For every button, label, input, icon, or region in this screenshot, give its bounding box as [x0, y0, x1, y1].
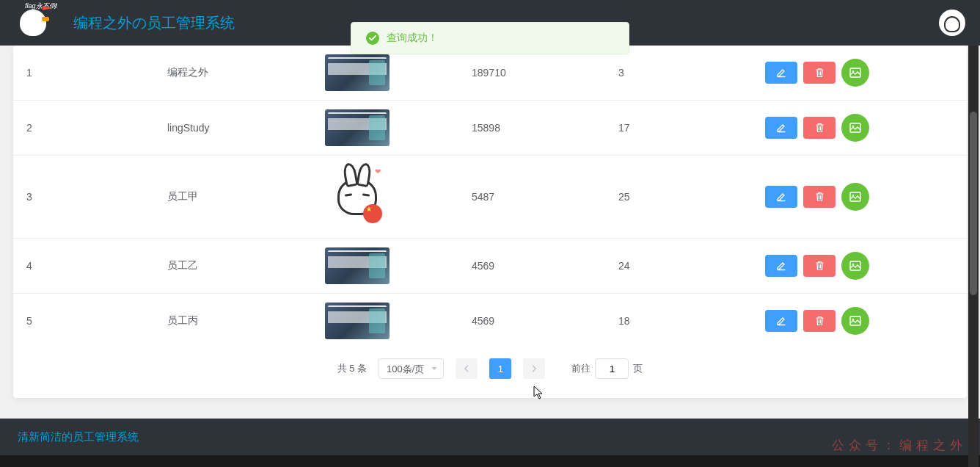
table-row: 5 员工丙 4569 18: [13, 294, 967, 349]
app-title: 编程之外の员工管理系统: [73, 13, 235, 33]
cell-name: 编程之外: [160, 46, 318, 101]
page-size-select[interactable]: 100条/页: [379, 358, 444, 379]
logo-area: flag永不倒!: [15, 4, 51, 41]
delete-button[interactable]: [803, 255, 835, 277]
image-button[interactable]: [841, 183, 869, 211]
employee-image: ❤: [325, 164, 390, 229]
next-page-button[interactable]: [523, 358, 545, 379]
pagination: 共 5 条 100条/页 1 前往 页: [13, 348, 967, 398]
jump-suffix: 页: [633, 362, 643, 375]
employee-image: [325, 303, 390, 339]
cell-number: 15898: [464, 101, 611, 156]
delete-button[interactable]: [803, 310, 835, 332]
cell-name: 员工甲: [160, 156, 318, 239]
image-icon: [849, 192, 861, 202]
edit-button[interactable]: [765, 255, 797, 277]
trash-icon: [815, 261, 824, 271]
trash-icon: [815, 316, 824, 326]
footer-text: 清新简洁的员工管理系统: [18, 430, 139, 444]
image-icon: [849, 68, 861, 78]
table-row: 3 员工甲 ❤ 5487 25: [13, 156, 967, 239]
chevron-right-icon: [530, 365, 538, 372]
cell-actions: [758, 46, 967, 101]
chevron-left-icon: [463, 365, 470, 372]
cell-index: 1: [13, 46, 160, 101]
success-toast: 查询成功！: [351, 22, 629, 54]
logo-image: flag永不倒!: [15, 4, 51, 41]
page-number-1[interactable]: 1: [489, 358, 511, 379]
delete-button[interactable]: [803, 62, 835, 84]
cell-actions: [758, 101, 967, 156]
cell-actions: [758, 294, 967, 349]
table-card: 1 编程之外 189710 3 2 lingStudy 15898 17: [13, 46, 967, 398]
cell-actions: [758, 239, 967, 294]
cell-image: [318, 101, 464, 156]
prev-page-button[interactable]: [456, 358, 478, 379]
toast-message: 查询成功！: [387, 32, 438, 45]
trash-icon: [815, 123, 824, 133]
image-icon: [849, 123, 861, 133]
cell-image: [318, 294, 464, 349]
cell-index: 2: [13, 101, 160, 156]
image-button[interactable]: [841, 252, 869, 280]
cell-age: 3: [611, 46, 758, 101]
jump-prefix: 前往: [571, 362, 590, 375]
table-row: 2 lingStudy 15898 17: [13, 101, 967, 156]
edit-icon: [776, 192, 786, 202]
scrollbar-thumb[interactable]: [970, 112, 977, 295]
cell-number: 4569: [464, 239, 611, 294]
pagination-total: 共 5 条: [337, 362, 367, 375]
cell-name: lingStudy: [160, 101, 318, 156]
image-icon: [849, 261, 861, 271]
table-row: 4 员工乙 4569 24: [13, 239, 967, 294]
cell-index: 3: [13, 156, 160, 239]
image-button[interactable]: [841, 59, 869, 87]
delete-button[interactable]: [803, 186, 835, 208]
user-avatar[interactable]: [939, 10, 965, 36]
trash-icon: [815, 68, 824, 78]
edit-button[interactable]: [765, 310, 797, 332]
cell-name: 员工丙: [160, 294, 318, 349]
employee-image: [325, 109, 390, 146]
edit-icon: [776, 316, 786, 326]
outer-scrollbar[interactable]: [968, 46, 979, 467]
edit-button[interactable]: [765, 62, 797, 84]
cell-age: 17: [611, 101, 758, 156]
edit-icon: [776, 123, 786, 133]
cell-image: ❤: [318, 156, 464, 239]
cell-index: 4: [13, 239, 160, 294]
employee-table: 1 编程之外 189710 3 2 lingStudy 15898 17: [13, 46, 967, 348]
edit-icon: [776, 68, 786, 78]
watermark: 公众号：编程之外: [832, 437, 967, 454]
edit-button[interactable]: [765, 117, 797, 139]
cell-number: 5487: [464, 156, 611, 239]
delete-button[interactable]: [803, 117, 835, 139]
edit-button[interactable]: [765, 186, 797, 208]
image-button[interactable]: [841, 307, 869, 335]
check-icon: [366, 32, 379, 45]
cell-actions: [758, 156, 967, 239]
trash-icon: [815, 192, 824, 202]
edit-icon: [776, 261, 786, 271]
cell-age: 24: [611, 239, 758, 294]
employee-image: [325, 54, 390, 91]
cell-age: 18: [611, 294, 758, 349]
cell-index: 5: [13, 294, 160, 349]
employee-image: [325, 247, 390, 284]
cell-name: 员工乙: [160, 239, 318, 294]
cell-age: 25: [611, 156, 758, 239]
jump-page-input[interactable]: [595, 358, 629, 379]
image-icon: [849, 316, 861, 326]
cell-number: 4569: [464, 294, 611, 349]
cell-image: [318, 239, 464, 294]
image-button[interactable]: [841, 114, 869, 142]
